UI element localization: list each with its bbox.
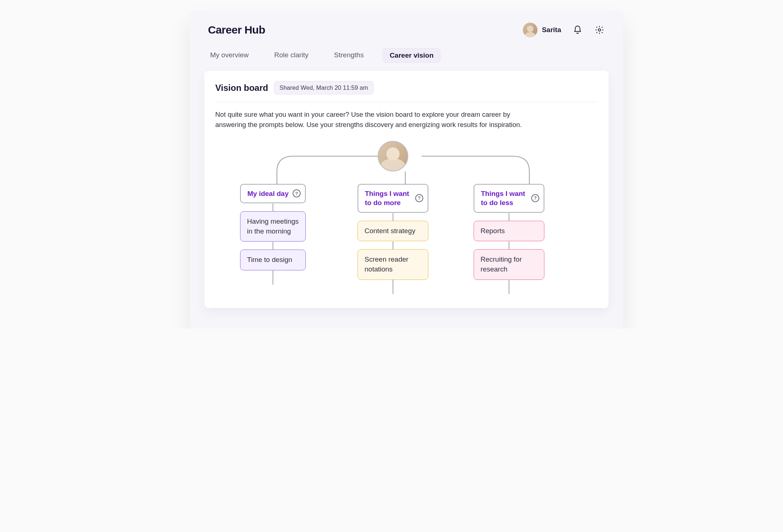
card-description: Not quite sure what you want in your car… (215, 102, 536, 134)
column-ideal-day: My ideal day ? Having meetings in the mo… (240, 184, 306, 270)
node-item[interactable]: Having meetings in the morning (240, 211, 306, 242)
node-title-ideal-day[interactable]: My ideal day ? (240, 184, 306, 204)
help-icon[interactable]: ? (293, 189, 301, 197)
tab-strengths[interactable]: Strengths (328, 48, 370, 63)
tab-my-overview[interactable]: My overview (210, 48, 255, 63)
column-do-more: Things I want to do more ? Content strat… (358, 184, 428, 280)
user-name: Sarita (542, 26, 561, 34)
tab-role-clarity[interactable]: Role clarity (268, 48, 315, 63)
user-chip[interactable]: Sarita (523, 23, 561, 37)
node-title-text: Things I want to do more (365, 190, 409, 207)
card-header: Vision board Shared Wed, March 20 11:59 … (215, 81, 598, 102)
node-item[interactable]: Recruiting for research (474, 249, 544, 280)
node-item[interactable]: Reports (474, 221, 544, 242)
shared-badge: Shared Wed, March 20 11:59 am (274, 81, 374, 95)
user-avatar (523, 23, 537, 37)
column-do-less: Things I want to do less ? Reports Recru… (474, 184, 544, 280)
help-icon[interactable]: ? (531, 194, 539, 202)
node-item-text: Having meetings in the morning (247, 217, 299, 235)
profile-avatar[interactable] (378, 141, 408, 171)
node-title-do-less[interactable]: Things I want to do less ? (474, 184, 544, 213)
vision-board: My ideal day ? Having meetings in the mo… (215, 137, 598, 308)
node-item[interactable]: Time to design (240, 250, 306, 270)
svg-point-0 (598, 29, 601, 31)
gear-icon[interactable] (594, 24, 605, 35)
node-item-text: Reports (481, 227, 505, 235)
bell-icon[interactable] (572, 24, 583, 35)
node-title-text: Things I want to do less (481, 190, 525, 207)
app-window: Career Hub Sarita My overview (190, 11, 623, 328)
node-item-text: Time to design (247, 256, 292, 263)
tab-career-vision[interactable]: Career vision (383, 48, 440, 63)
node-item-text: Screen reader notations (364, 255, 408, 273)
vision-board-card: Vision board Shared Wed, March 20 11:59 … (204, 71, 609, 308)
node-item[interactable]: Content strategy (358, 221, 428, 242)
tab-bar: My overview Role clarity Strengths Caree… (204, 39, 609, 63)
node-title-text: My ideal day (247, 190, 289, 197)
help-icon[interactable]: ? (415, 194, 423, 202)
node-title-do-more[interactable]: Things I want to do more ? (358, 184, 428, 213)
node-item[interactable]: Screen reader notations (358, 249, 428, 280)
node-item-text: Content strategy (364, 227, 415, 235)
node-item-text: Recruiting for research (481, 255, 522, 273)
card-title: Vision board (215, 83, 268, 93)
app-title: Career Hub (208, 24, 265, 36)
header-right: Sarita (523, 23, 605, 37)
app-header: Career Hub Sarita (204, 20, 609, 39)
